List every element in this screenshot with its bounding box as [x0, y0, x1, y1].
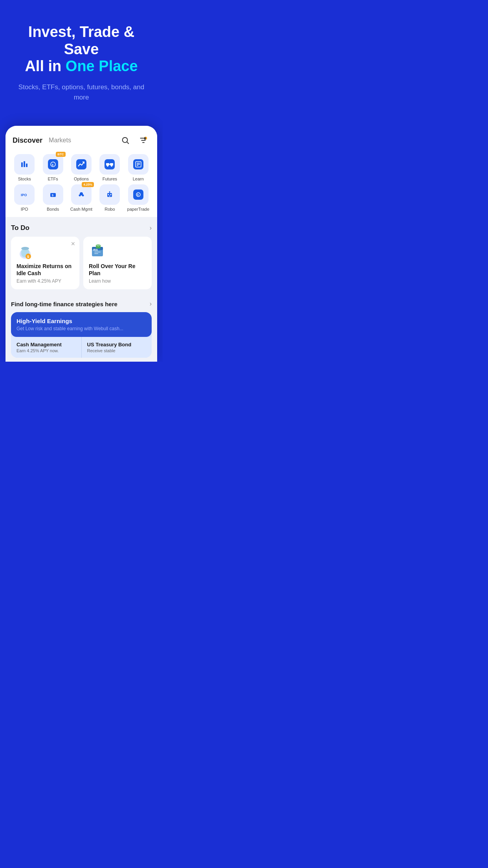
robo-icon-btn[interactable] [99, 184, 120, 205]
options-icon-item[interactable]: Options [68, 154, 95, 181]
etfs-icon-btn[interactable]: BTC $ [43, 154, 63, 175]
todo-card1-sub: Earn with 4.25% APY [17, 278, 74, 284]
futures-icon-btn[interactable] [99, 154, 120, 175]
futures-icon-item[interactable]: Futures [96, 154, 123, 181]
strategy-cash-mgmt[interactable]: Cash Management Earn 4.25% APY now. [11, 337, 82, 358]
strategy-cash-sub: Earn 4.25% APY now. [17, 348, 76, 353]
options-icon-btn[interactable] [71, 154, 92, 175]
options-label: Options [74, 177, 89, 181]
papertrade-label: paperTrade [127, 207, 149, 211]
stocks-icon-btn[interactable] [14, 154, 35, 175]
svg-point-41 [109, 191, 110, 193]
learn-label: Learn [133, 177, 144, 181]
search-button[interactable] [119, 134, 132, 147]
tab-discover[interactable]: Discover [13, 136, 42, 145]
svg-text:$: $ [52, 194, 53, 197]
svg-rect-10 [26, 164, 28, 167]
svg-line-1 [127, 142, 128, 143]
card-tabs: Discover Markets [13, 136, 71, 145]
todo-chevron[interactable]: › [150, 224, 152, 232]
strategy-cash-title: Cash Management [17, 342, 76, 348]
hero-subtitle: Stocks, ETFs, options, futures, bonds, a… [12, 82, 151, 102]
papertrade-icon-btn[interactable]: $ [128, 184, 149, 205]
filter-button[interactable]: $ [137, 134, 150, 147]
card-header: Discover Markets $ [6, 126, 157, 150]
robo-label: Robo [105, 207, 115, 211]
todo-card2-title: Roll Over Your Re Plan [89, 263, 146, 277]
cashmgmt-label: Cash Mgmt [70, 207, 92, 211]
strategies-chevron[interactable]: › [150, 300, 152, 307]
strategy-treasury-sub: Receive stable [87, 348, 147, 353]
icon-grid: Stocks BTC $ ETFs [11, 154, 152, 211]
strategy-highlight-title: High-Yield Earnings [17, 318, 146, 324]
svg-rect-9 [24, 161, 25, 167]
svg-point-47 [21, 247, 29, 250]
futures-label: Futures [103, 177, 117, 181]
hero-title-line1: Invest, Trade & Save [12, 24, 151, 58]
cashmgmt-icon-btn[interactable]: 4.25% [71, 184, 92, 205]
stocks-label: Stocks [18, 177, 31, 181]
strategy-treasury[interactable]: US Treasury Bond Receive stable [82, 337, 152, 358]
strategy-highlight-sub: Get Low risk and stable earning with Web… [17, 326, 146, 331]
strategy-bottom-row: Cash Management Earn 4.25% APY now. US T… [11, 337, 152, 358]
svg-text:$: $ [137, 193, 139, 197]
svg-text:IRA: IRA [93, 248, 98, 251]
todo-cards: ✕ $ Maximize Returns on Idle Cash Earn w… [11, 237, 152, 289]
todo-card2-sub: Learn how [89, 278, 146, 284]
svg-rect-53 [94, 252, 101, 252]
strategies-header: Find long-time finance strategies here › [11, 300, 152, 307]
bonds-label: Bonds [47, 207, 59, 211]
todo-card1-title: Maximize Returns on Idle Cash [17, 263, 74, 277]
ipo-icon-btn[interactable]: IPO [14, 184, 35, 205]
svg-point-37 [108, 194, 109, 195]
ira-icon: IRA [89, 242, 106, 259]
cashmgmt-icon-item[interactable]: 4.25% Cash Mgmt [68, 184, 95, 211]
phone-card: Discover Markets $ [6, 126, 157, 362]
icons-section: Stocks BTC $ ETFs [6, 150, 157, 217]
svg-point-19 [111, 165, 112, 167]
strategy-treasury-title: US Treasury Bond [87, 342, 147, 348]
svg-point-33 [79, 195, 81, 197]
svg-rect-20 [109, 164, 110, 165]
ipo-icon-item[interactable]: IPO IPO [11, 184, 38, 211]
svg-text:$: $ [27, 255, 29, 259]
svg-point-34 [82, 195, 84, 197]
bonds-icon-btn[interactable]: $ [43, 184, 63, 205]
bonds-icon-item[interactable]: $ Bonds [39, 184, 66, 211]
svg-rect-54 [94, 253, 98, 254]
header-icons: $ [119, 134, 150, 147]
ipo-label: IPO [21, 207, 28, 211]
hero-section: Invest, Trade & Save All in One Place St… [0, 0, 163, 118]
strategy-highlight[interactable]: High-Yield Earnings Get Low risk and sta… [11, 312, 152, 337]
svg-point-18 [107, 165, 108, 167]
strategies-card-container: High-Yield Earnings Get Low risk and sta… [11, 312, 152, 358]
btc-badge: BTC [56, 152, 65, 157]
todo-card-close[interactable]: ✕ [71, 241, 75, 247]
stocks-icon-item[interactable]: Stocks [11, 154, 38, 181]
apy-badge: 4.25% [82, 182, 94, 187]
robo-icon-item[interactable]: Robo [96, 184, 123, 211]
svg-text:$: $ [52, 164, 53, 167]
hero-title-accent: One Place [66, 58, 138, 74]
tab-markets[interactable]: Markets [49, 137, 71, 144]
hero-title-line2: All in One Place [12, 58, 151, 75]
learn-icon-item[interactable]: Learn [125, 154, 152, 181]
etfs-icon-item[interactable]: BTC $ ETFs [39, 154, 66, 181]
etfs-label: ETFs [48, 177, 58, 181]
papertrade-icon-item[interactable]: $ paperTrade [125, 184, 152, 211]
svg-text:IPO: IPO [21, 193, 27, 197]
learn-icon-btn[interactable] [128, 154, 149, 175]
todo-section-header: To Do › [11, 224, 152, 232]
svg-rect-39 [109, 196, 110, 197]
strategies-section: Find long-time finance strategies here ›… [6, 293, 157, 362]
svg-rect-8 [21, 162, 23, 167]
todo-section: To Do › ✕ $ Maximize Returns on Idle [6, 217, 157, 293]
svg-point-38 [110, 194, 112, 195]
todo-card-cash[interactable]: ✕ $ Maximize Returns on Idle Cash Earn w… [11, 237, 79, 289]
strategies-title: Find long-time finance strategies here [11, 301, 117, 307]
todo-card-ira[interactable]: IRA Roll Over Your Re Plan Learn how [83, 237, 152, 289]
todo-title: To Do [11, 224, 29, 232]
cash-jar-icon: $ [17, 242, 34, 259]
